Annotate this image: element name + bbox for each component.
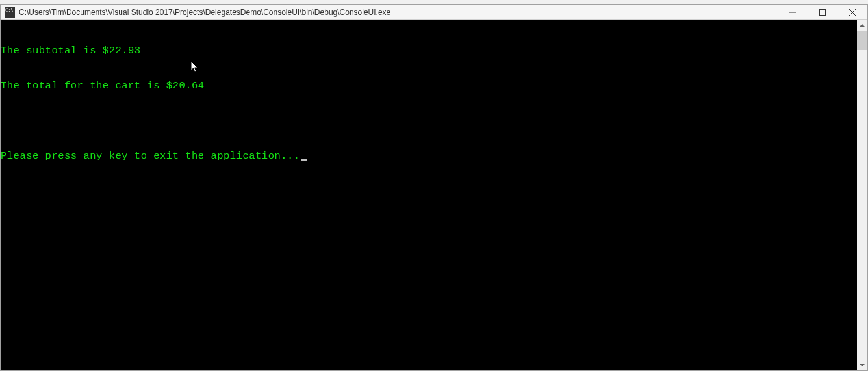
close-button[interactable] [837,5,867,19]
titlebar[interactable]: C:\Users\Tim\Documents\Visual Studio 201… [1,5,867,20]
prompt-text: Please press any key to exit the applica… [1,150,300,162]
console-output: The subtotal is $22.93 The total for the… [1,20,857,370]
svg-rect-1 [820,9,826,15]
scroll-up-arrow-icon[interactable] [857,20,867,31]
blank-line [1,115,857,127]
scroll-thumb[interactable] [857,31,867,50]
scroll-down-arrow-icon[interactable] [857,360,867,370]
output-line: Please press any key to exit the applica… [1,150,857,162]
output-line: The total for the cart is $20.64 [1,80,857,92]
svg-marker-4 [860,24,865,27]
minimize-button[interactable] [778,5,808,19]
window-controls [778,5,867,19]
maximize-button[interactable] [808,5,837,19]
console-area[interactable]: The subtotal is $22.93 The total for the… [1,20,867,370]
window-title: C:\Users\Tim\Documents\Visual Studio 201… [19,8,778,17]
output-line: The subtotal is $22.93 [1,45,857,57]
svg-marker-5 [860,364,865,366]
app-icon [5,7,15,18]
text-cursor [301,159,307,161]
console-window: C:\Users\Tim\Documents\Visual Studio 201… [0,4,868,371]
vertical-scrollbar[interactable] [857,20,867,370]
